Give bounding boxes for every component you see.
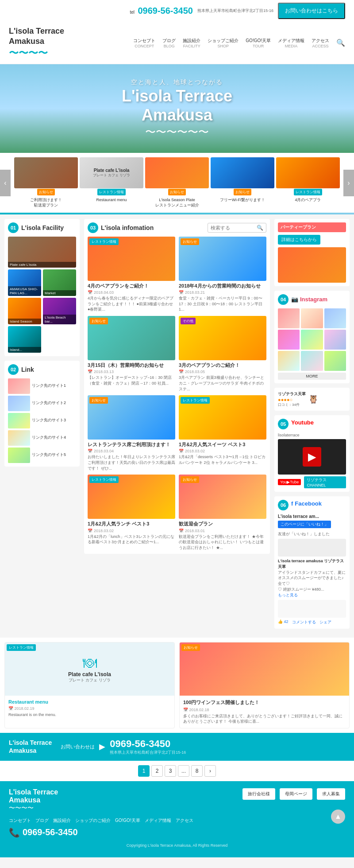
footer-link-travel[interactable]: 旅行会社様 xyxy=(242,788,275,800)
bottom-card-2[interactable]: お知らせ 100円ワインフェス開催しました！ 📅 2018.02.18 多くのお… xyxy=(179,642,350,728)
nav-blog[interactable]: ブログ BLOG xyxy=(162,38,176,48)
slider-next[interactable]: › xyxy=(343,170,354,196)
link-item[interactable]: リンク先のサイト2 xyxy=(8,396,76,411)
link-item[interactable]: リンク先のサイト4 xyxy=(8,430,76,446)
insta-thumb-8[interactable] xyxy=(301,351,323,371)
footer-link-recruit[interactable]: 求人募集 xyxy=(317,788,345,800)
youtube-channel-btn[interactable]: リゾテラス CHANNEL xyxy=(304,476,346,488)
info-card-3[interactable]: お知らせ 3月15日（木）営業時間のお知らせ 📅2018.03.13 【レストラ… xyxy=(88,316,175,392)
nav-concept-en: CONCEPT xyxy=(133,44,155,48)
nav-media[interactable]: メディア情報 MEDIA xyxy=(278,38,304,48)
facility-item-3[interactable]: Market xyxy=(43,269,76,296)
facebook-share[interactable]: シェア xyxy=(319,619,331,625)
facility-item-6[interactable]: Island... xyxy=(8,326,41,353)
bottom-card-body-1: Restaurant menu 📅 2018.02.19 Restaurant … xyxy=(5,696,174,721)
slider-item[interactable]: お知らせ L'isola Season Plateレストランメニュー紹介 xyxy=(145,157,209,208)
bottom-grid: レストラン情報 🍽 Plate cafe L'isola プレート カフェ リゾ… xyxy=(4,642,350,728)
search-input[interactable] xyxy=(211,225,255,230)
slider-item[interactable]: レストラン情報 4月のペアプラ xyxy=(276,157,340,208)
facebook-comment[interactable]: コメントする xyxy=(292,619,316,625)
page-btn-1[interactable]: 1 xyxy=(138,765,150,777)
page-btn-2[interactable]: 2 xyxy=(151,765,163,777)
insta-thumb-9[interactable] xyxy=(324,351,346,371)
insta-thumb-2[interactable] xyxy=(301,308,323,328)
search-box[interactable]: 🔍 xyxy=(208,223,266,233)
info-card-6[interactable]: レストラン情報 1月&2月人気スイーツ ベスト3 📅2018.03.02 1月&… xyxy=(179,395,266,471)
facility-item-1[interactable]: Plate cafe L'isola xyxy=(8,237,76,268)
footer-nav-blog[interactable]: ブログ xyxy=(35,817,49,824)
facility-item-4[interactable]: Island Season xyxy=(8,298,41,324)
footer-link-mother[interactable]: 母岡ページ xyxy=(280,788,312,800)
footer-nav-media[interactable]: メディア情報 xyxy=(145,817,171,824)
facebook-post-author: L'isola terrace amakusa リゾテラス天草 xyxy=(278,558,346,570)
insta-thumb-6[interactable] xyxy=(324,330,346,350)
bottom-menu-label[interactable]: Restaurant menu xyxy=(8,699,171,705)
facebook-friend-text: 友達が「いいね！」しました xyxy=(278,531,346,537)
page-btn-8[interactable]: 8 xyxy=(191,765,203,777)
facebook-like-button[interactable]: このページに「いいね！」 xyxy=(278,521,331,528)
facility-item-2[interactable]: AMAKUSA SHIO-PAN LAS... xyxy=(8,269,41,296)
page-btn-next[interactable]: › xyxy=(204,765,216,777)
slider-item[interactable]: お知らせ ご利用頂けます！駐送迎プラン xyxy=(14,157,78,208)
youtube-player[interactable]: ▶ xyxy=(278,439,346,475)
scroll-top-button[interactable]: ▲ xyxy=(331,810,345,824)
slider-caption-4: フリーWi-Fi繋がります！ xyxy=(211,198,274,203)
info-date-1: 📅2018.04.03 xyxy=(88,290,175,295)
link-item[interactable]: リンク先のサイト5 xyxy=(8,448,76,463)
info-badge-6: レストラン情報 xyxy=(181,397,210,404)
bottom-title-img-1: Plate cafe L'isola xyxy=(68,671,111,677)
bottom-desc-2: 多くのお客様にご来店頂きまして、ありがとうございます！ご好評頂きまして一同、誠に… xyxy=(183,713,346,724)
nav-shop[interactable]: ショップご紹介 SHOP xyxy=(208,38,239,48)
insta-thumb-4[interactable] xyxy=(278,330,300,350)
left-col: 01 L'isola Facility Plate cafe L'isola A… xyxy=(4,219,80,633)
footer-nav-shop[interactable]: ショップのご紹介 xyxy=(75,817,111,824)
info-card-1[interactable]: レストラン情報 4月のペアプランをご紹介！ 📅2018.04.03 4月から春を… xyxy=(88,237,175,312)
insta-thumb-7[interactable] xyxy=(278,351,300,371)
slider-item[interactable]: お知らせ フリーWi-Fi繋がります！ xyxy=(211,157,274,208)
info-card-4[interactable]: その他 3月のペアプランのご紹介！ 📅2018.03.05 3月ペアプラン 前菜… xyxy=(179,316,266,392)
link-item[interactable]: リンク先のサイト1 xyxy=(8,378,76,394)
bottom-card-1[interactable]: レストラン情報 🍽 Plate cafe L'isola プレート カフェ リゾ… xyxy=(4,642,175,728)
page-btn-3[interactable]: 3 xyxy=(165,765,176,777)
link-item[interactable]: リンク先のサイト3 xyxy=(8,413,76,428)
search-submit-icon[interactable]: 🔍 xyxy=(257,225,263,231)
slider-item[interactable]: Plate cafe L'isola プレート カフェ リゾラ レストラン情報 … xyxy=(80,157,143,208)
nav-access[interactable]: アクセス ACCESS xyxy=(312,38,329,48)
info-card-8[interactable]: お知らせ 歓送迎会プラン 📅2018.03.01 歓送迎会プランをご利用いただけ… xyxy=(179,475,266,550)
insta-thumb-1[interactable] xyxy=(278,308,300,328)
slider-prev[interactable]: ‹ xyxy=(0,170,11,196)
info-card-7[interactable]: レストラン情報 1月&2月人気ランチ ベスト3 📅2018.03.02 1月&2… xyxy=(88,475,175,550)
search-icon[interactable]: 🔍 xyxy=(336,39,345,47)
insta-thumb-5[interactable] xyxy=(301,330,323,350)
info-card-5[interactable]: お知らせ レストランテラス席ご利用頂けます！ 📅2018.03.04 お待たいし… xyxy=(88,395,175,471)
tel-info: tel 0969-56-3450 xyxy=(130,6,193,16)
bottom-date-2: 📅 2018.02.18 xyxy=(183,708,346,712)
info-title: L'isola infomation xyxy=(101,224,154,231)
footer-nav-concept[interactable]: コンセプト xyxy=(9,817,31,824)
insta-thumb-3[interactable] xyxy=(324,308,346,328)
instagram-num: 04 xyxy=(278,294,289,305)
footer-nav-tour[interactable]: GO!GO!天草 xyxy=(115,817,140,824)
main-col: 03 L'isola infomation 🔍 レストラン情報 4月のペアプラン… xyxy=(84,219,270,633)
nav-blog-en: BLOG xyxy=(162,44,176,48)
footer-nav-access[interactable]: アクセス xyxy=(176,817,193,824)
nav-tour[interactable]: GO!GO!天草 TOUR xyxy=(246,38,271,48)
bottom-card-body-2: 100円ワインフェス開催しました！ 📅 2018.02.18 多くのお客様にご来… xyxy=(180,696,349,728)
party-btn[interactable]: 詳細はこちらから xyxy=(278,235,320,245)
facility-grid: Plate cafe L'isola AMAKUSA SHIO-PAN LAS.… xyxy=(8,237,76,353)
facility-item-5[interactable]: L'isola Beach bar... xyxy=(43,298,76,324)
info-badge-8: お知らせ xyxy=(181,476,199,483)
slider-caption-3: L'isola Season Plateレストランメニュー紹介 xyxy=(145,198,209,208)
more-button[interactable]: MORE xyxy=(278,373,346,380)
nav-concept[interactable]: コンセプト CONCEPT xyxy=(133,38,155,48)
party-plan: パーティープラン 詳細はこちらから xyxy=(274,219,350,286)
facebook-title: f Facebook xyxy=(291,500,322,507)
nav-facility[interactable]: 施設紹介 FACILITY xyxy=(183,38,200,48)
footer-nav-facility[interactable]: 施設紹介 xyxy=(53,817,71,824)
facebook-more[interactable]: もっと見る xyxy=(278,592,346,598)
youtube-channel-bar: You▶Tube リゾテラス CHANNEL xyxy=(278,476,346,488)
contact-button[interactable]: お問い合わせはこちら xyxy=(278,3,345,19)
info-header: 03 L'isola infomation 🔍 xyxy=(88,222,266,233)
facebook-actions: 👍 42 コメントする シェア xyxy=(278,619,346,625)
info-card-2[interactable]: お知らせ 2018年4月からの営業時間のお知らせ 📅2018.03.21 食堂・… xyxy=(179,237,266,312)
